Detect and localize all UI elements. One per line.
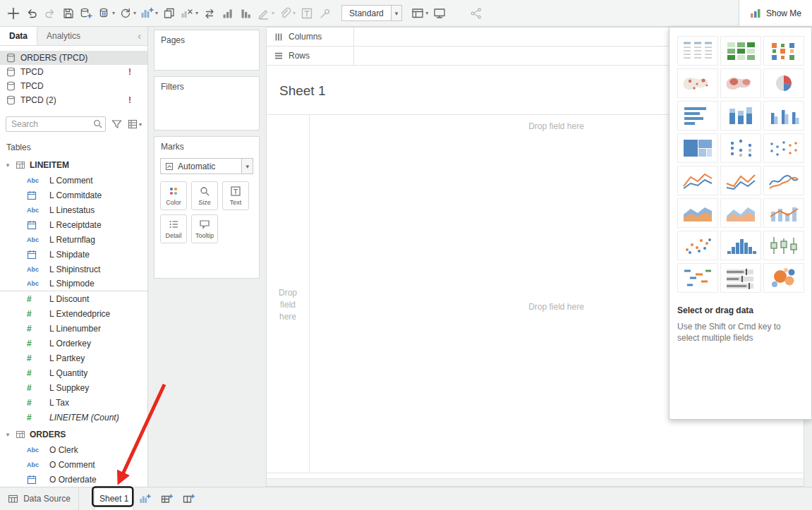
showme-treemap[interactable] [677, 133, 718, 163]
new-story-tab-button[interactable] [178, 494, 200, 504]
showme-packed-bubbles[interactable] [763, 263, 804, 293]
highlight-button[interactable]: ▾ [255, 4, 277, 23]
collapse-pane-button[interactable]: ‹ [131, 27, 147, 45]
share-button[interactable] [467, 4, 485, 23]
tableau-logo[interactable] [4, 4, 23, 23]
rows-drop-zone[interactable]: Drop field here [272, 287, 303, 323]
table-header-lineitem[interactable]: ▾LINEITEM [0, 157, 147, 173]
tab-analytics[interactable]: Analytics [37, 27, 90, 45]
show-mark-labels-button[interactable] [298, 4, 316, 23]
filter-icon[interactable] [111, 119, 122, 129]
showme-line-continuous[interactable] [677, 166, 718, 195]
field-l-linenumber[interactable]: #L Linenumber [0, 321, 147, 336]
sheet-tab-sheet1[interactable]: Sheet 1 [94, 487, 134, 510]
showme-dual-line[interactable] [763, 166, 804, 195]
data-source-tab[interactable]: Data Source [0, 487, 79, 510]
showme-area-discrete[interactable] [720, 198, 761, 228]
sort-descending-button[interactable] [237, 4, 255, 23]
run-auto-updates-button[interactable]: ▾ [117, 4, 138, 23]
chevron-down-icon[interactable]: ▾ [241, 159, 253, 174]
field-l-receiptdate[interactable]: L Receiptdate [0, 217, 147, 232]
field-l-shipinstruct[interactable]: AbcL Shipinstruct [0, 262, 147, 277]
showme-symbol-map[interactable] [677, 68, 718, 98]
duplicate-sheet-button[interactable] [160, 4, 178, 23]
showme-stacked-bars[interactable] [720, 101, 761, 130]
show-me-button[interactable]: Show Me [739, 0, 812, 26]
field-l-shipmode[interactable]: AbcL Shipmode [0, 277, 147, 291]
showme-bullet[interactable] [720, 263, 761, 293]
new-dashboard-tab-button[interactable] [156, 494, 178, 504]
undo-button[interactable] [23, 4, 41, 23]
field-l-returnflag[interactable]: AbcL Returnflag [0, 232, 147, 247]
showme-pie[interactable] [763, 68, 804, 98]
field-l-extendedprice[interactable]: #L Extendedprice [0, 306, 147, 321]
sort-ascending-button[interactable] [219, 4, 237, 23]
data-source-item[interactable]: TPCD! [0, 65, 147, 79]
show-hide-cards-button[interactable]: ▾ [409, 4, 430, 23]
showme-dual-combination[interactable] [763, 198, 804, 228]
field-l-commitdate[interactable]: L Commitdate [0, 188, 147, 202]
search-input[interactable] [6, 116, 106, 132]
showme-line-discrete[interactable] [720, 166, 761, 195]
new-worksheet-button[interactable]: ▾ [138, 4, 160, 23]
view-options-icon[interactable]: ▾ [128, 119, 142, 129]
tab-data[interactable]: Data [0, 27, 37, 45]
date-field-icon [27, 475, 44, 485]
data-source-item[interactable]: TPCD (2)! [0, 93, 147, 107]
new-worksheet-tab-button[interactable] [134, 494, 156, 504]
field-lineitem-count-[interactable]: #LINEITEM (Count) [0, 410, 147, 425]
new-data-source-button[interactable] [78, 4, 96, 23]
group-members-button[interactable]: ▾ [277, 4, 298, 23]
showme-text-table[interactable] [677, 36, 718, 66]
field-o-clerk[interactable]: AbcO Clerk [0, 442, 147, 457]
field-l-comment[interactable]: AbcL Comment [0, 173, 147, 188]
showme-histogram[interactable] [720, 231, 761, 260]
filters-shelf[interactable]: Filters [154, 76, 260, 130]
field-l-orderkey[interactable]: #L Orderkey [0, 336, 147, 351]
showme-heat-map[interactable] [763, 36, 804, 66]
field-o-comment[interactable]: AbcO Comment [0, 457, 147, 472]
fit-selector[interactable]: Standard ▾ [341, 5, 402, 21]
pause-auto-updates-button[interactable]: ▾ [96, 4, 117, 23]
chevron-down-icon: ▾ [272, 10, 274, 16]
mark-type-selector[interactable]: Automatic ▾ [160, 158, 253, 174]
showme-side-by-side-circles[interactable] [763, 133, 804, 163]
showme-scatter[interactable] [677, 231, 718, 260]
size-button[interactable]: Size [191, 181, 218, 210]
showme-gantt[interactable] [677, 263, 718, 293]
chevron-down-icon[interactable]: ▾ [391, 6, 402, 20]
presentation-mode-button[interactable] [430, 4, 449, 23]
fix-axes-button[interactable] [316, 4, 334, 23]
showme-horizontal-bars[interactable] [677, 101, 718, 130]
text-button[interactable]: Text [222, 181, 249, 210]
columns-shelf-head: Columns [267, 28, 354, 46]
data-source-item[interactable]: ORDERS (TPCD) [0, 51, 147, 65]
toolbar-group-share [467, 4, 485, 23]
showme-highlight-table[interactable] [720, 36, 761, 66]
field-l-tax[interactable]: #L Tax [0, 395, 147, 410]
field-l-shipdate[interactable]: L Shipdate [0, 247, 147, 262]
field-l-partkey[interactable]: #L Partkey [0, 351, 147, 365]
redo-button[interactable] [41, 4, 59, 23]
data-source-item[interactable]: TPCD [0, 79, 147, 93]
field-o-orderdate[interactable]: O Orderdate [0, 472, 147, 487]
tooltip-button[interactable]: Tooltip [191, 214, 218, 243]
showme-filled-map[interactable] [720, 68, 761, 98]
horizontal-scrollbar[interactable] [267, 478, 804, 486]
table-name: LINEITEM [30, 160, 69, 170]
field-l-linestatus[interactable]: AbcL Linestatus [0, 202, 147, 217]
showme-circle-views[interactable] [720, 133, 761, 163]
field-l-suppkey[interactable]: #L Suppkey [0, 380, 147, 395]
clear-sheet-button[interactable]: ▾ [178, 4, 200, 23]
save-button[interactable] [59, 4, 78, 23]
showme-area-continuous[interactable] [677, 198, 718, 228]
color-button[interactable]: Color [160, 181, 187, 210]
field-l-discount[interactable]: #L Discount [0, 291, 147, 306]
pages-shelf[interactable]: Pages [154, 30, 260, 71]
showme-box-whisker[interactable] [763, 231, 804, 260]
field-l-quantity[interactable]: #L Quantity [0, 365, 147, 380]
detail-button[interactable]: Detail [160, 214, 187, 243]
table-header-orders[interactable]: ▾ORDERS [0, 427, 147, 442]
swap-rows-columns-button[interactable] [200, 4, 219, 23]
showme-side-by-side-bars[interactable] [763, 101, 804, 130]
